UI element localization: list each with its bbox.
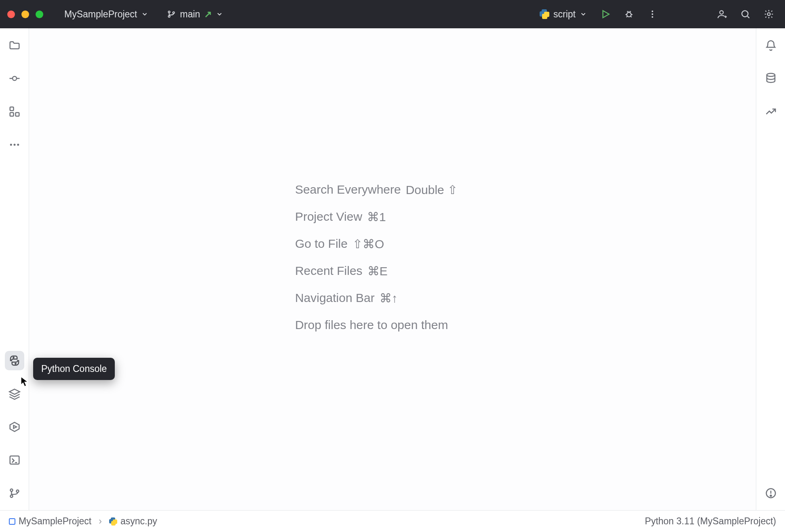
kebab-icon: [648, 9, 657, 19]
project-selector[interactable]: MySampleProject: [60, 6, 152, 22]
structure-tool-button[interactable]: [5, 102, 24, 121]
more-tools-button[interactable]: [5, 135, 24, 154]
svg-point-7: [652, 16, 653, 18]
svg-point-6: [652, 13, 653, 15]
tooltip-python-console: Python Console: [33, 358, 115, 380]
svg-rect-23: [10, 456, 19, 464]
project-name-label: MySampleProject: [64, 9, 137, 20]
left-tool-rail: [0, 28, 29, 510]
branch-name-label: main: [180, 9, 200, 20]
svg-point-28: [767, 74, 775, 77]
svg-marker-21: [10, 422, 19, 432]
breadcrumb-project[interactable]: MySampleProject: [9, 516, 91, 527]
notifications-tool-button[interactable]: [761, 36, 781, 55]
commit-tool-button[interactable]: [5, 69, 24, 88]
svg-point-18: [13, 357, 14, 358]
python-file-icon: [109, 517, 117, 526]
services-tool-button[interactable]: [5, 417, 24, 437]
svg-point-11: [13, 76, 17, 80]
hint-label: Go to File: [295, 237, 348, 251]
problems-tool-button[interactable]: [761, 483, 781, 503]
svg-point-17: [17, 144, 19, 146]
svg-rect-13: [10, 113, 13, 116]
folder-icon: [8, 39, 21, 51]
branch-icon: [8, 487, 21, 499]
bell-icon: [765, 39, 777, 51]
more-actions-button[interactable]: [644, 5, 661, 23]
run-button[interactable]: [597, 5, 614, 23]
hint-label: Drop files here to open them: [295, 318, 448, 332]
hint-project-view[interactable]: Project View ⌘1: [295, 210, 458, 224]
maximize-window-button[interactable]: [36, 11, 43, 18]
breadcrumb-file[interactable]: async.py: [109, 516, 157, 527]
svg-marker-3: [603, 11, 609, 17]
debug-button[interactable]: [620, 5, 638, 23]
editor-hints: Search Everywhere Double ⇧ Project View …: [295, 183, 458, 332]
services-icon: [8, 421, 21, 433]
svg-point-15: [10, 144, 12, 146]
hint-label: Recent Files: [295, 264, 363, 278]
person-add-icon: [717, 9, 727, 19]
breadcrumb-file-label: async.py: [120, 516, 157, 527]
search-everywhere-button[interactable]: [736, 5, 754, 23]
titlebar: MySampleProject main ↗ script: [0, 0, 785, 28]
terminal-icon: [8, 454, 21, 466]
svg-point-4: [627, 13, 631, 17]
ellipsis-icon: [8, 139, 21, 151]
hint-shortcut: ⇧⌘O: [352, 237, 384, 251]
branch-selector[interactable]: main ↗: [163, 6, 227, 22]
svg-point-9: [742, 11, 748, 17]
interpreter-label: Python 3.11 (MySampleProject): [645, 516, 776, 527]
commit-icon: [8, 72, 21, 84]
database-tool-button[interactable]: [761, 69, 781, 88]
hint-navigation-bar[interactable]: Navigation Bar ⌘↑: [295, 291, 458, 305]
run-configuration-selector[interactable]: script: [536, 6, 591, 22]
hint-recent-files[interactable]: Recent Files ⌘E: [295, 264, 458, 278]
right-tool-rail: [756, 28, 785, 510]
svg-point-16: [13, 144, 15, 146]
svg-rect-12: [10, 107, 13, 111]
analytics-tool-button[interactable]: [761, 102, 781, 121]
settings-button[interactable]: [760, 5, 778, 23]
branch-icon: [167, 10, 176, 19]
python-icon: [8, 355, 21, 367]
module-icon: [9, 518, 15, 525]
chevron-right-icon: ›: [99, 516, 102, 527]
play-icon: [600, 9, 611, 19]
hint-search-everywhere[interactable]: Search Everywhere Double ⇧: [295, 183, 458, 197]
chevron-down-icon: [141, 11, 148, 18]
database-icon: [765, 72, 777, 84]
git-tool-button[interactable]: [5, 483, 24, 503]
svg-point-2: [173, 12, 175, 13]
hint-go-to-file[interactable]: Go to File ⇧⌘O: [295, 237, 458, 251]
minimize-window-button[interactable]: [21, 11, 29, 18]
svg-point-26: [10, 495, 13, 498]
svg-point-0: [169, 11, 170, 13]
python-file-icon: [540, 9, 549, 19]
svg-point-31: [770, 495, 771, 496]
run-config-label: script: [553, 9, 576, 20]
code-with-me-button[interactable]: [713, 5, 731, 23]
svg-point-10: [768, 13, 770, 16]
statusbar: MySampleProject › async.py Python 3.11 (…: [0, 510, 785, 532]
branch-push-arrow-icon: ↗: [204, 9, 212, 20]
chevron-down-icon: [580, 11, 587, 18]
bug-icon: [624, 9, 634, 19]
hint-shortcut: ⌘E: [367, 264, 388, 278]
project-tool-button[interactable]: [5, 36, 24, 55]
svg-rect-14: [15, 113, 19, 116]
terminal-tool-button[interactable]: [5, 450, 24, 470]
search-icon: [740, 9, 751, 19]
editor-empty-state: Search Everywhere Double ⇧ Project View …: [29, 28, 756, 510]
interpreter-selector[interactable]: Python 3.11 (MySampleProject): [645, 516, 776, 527]
hint-label: Project View: [295, 210, 362, 224]
warning-circle-icon: [765, 487, 777, 499]
python-console-tool-button[interactable]: [5, 351, 24, 370]
svg-point-19: [15, 363, 16, 364]
close-window-button[interactable]: [7, 11, 15, 18]
breadcrumb-project-label: MySampleProject: [19, 516, 91, 527]
svg-point-8: [720, 11, 724, 14]
gear-icon: [764, 9, 774, 19]
python-packages-tool-button[interactable]: [5, 384, 24, 403]
chart-icon: [765, 106, 777, 118]
